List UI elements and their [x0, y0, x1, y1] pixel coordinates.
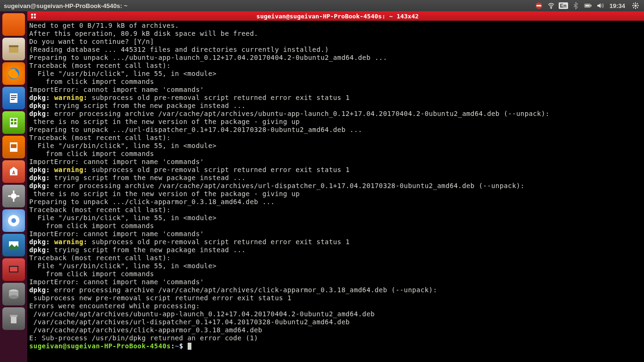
svg-rect-16 — [9, 47, 18, 53]
svg-line-11 — [633, 3, 634, 4]
launcher-calc[interactable] — [2, 111, 25, 134]
terminal-line: Errors were encountered while processing… — [29, 302, 642, 310]
terminal-line: from click import commands — [29, 150, 642, 158]
terminal-line: ImportError: cannot import name 'command… — [29, 158, 642, 166]
launcher-writer[interactable] — [2, 87, 25, 109]
svg-line-12 — [637, 7, 638, 8]
svg-rect-45 — [10, 315, 17, 317]
svg-point-6 — [635, 5, 637, 7]
svg-point-2 — [551, 8, 552, 8]
language-indicator[interactable]: En — [559, 1, 568, 10]
bluetooth-icon[interactable] — [571, 1, 580, 10]
svg-line-14 — [637, 3, 638, 4]
svg-rect-15 — [9, 45, 18, 47]
terminal-titlebar[interactable]: sugeivan@sugeivan-HP-ProBook-4540s: ~ 14… — [27, 11, 644, 21]
svg-point-37 — [11, 218, 16, 223]
terminal-title: sugeivan@sugeivan-HP-ProBook-4540s: ~ 14… — [40, 13, 636, 20]
cursor-icon — [188, 343, 191, 350]
launcher-dash[interactable] — [2, 13, 25, 36]
terminal-line: dpkg: warning: subprocess old pre-remova… — [29, 94, 642, 102]
svg-rect-21 — [11, 99, 15, 100]
terminal-line: Traceback (most recent call last): — [29, 206, 642, 214]
terminal-line: File "/usr/bin/click", line 55, in <modu… — [29, 142, 642, 150]
terminal-line: Need to get 0 B/71.9 kB of archives. — [29, 22, 642, 30]
svg-rect-26 — [14, 122, 17, 124]
wifi-icon[interactable] — [546, 1, 556, 10]
svg-rect-48 — [31, 16, 33, 18]
terminal-line: from click import commands — [29, 270, 642, 278]
terminal-line: dpkg: trying script from the new package… — [29, 174, 642, 182]
terminal-line: dpkg: warning: subprocess old pre-remova… — [29, 166, 642, 174]
svg-point-31 — [11, 193, 17, 199]
terminal-line: dpkg: error processing archive /var/cach… — [29, 286, 642, 294]
terminal-line: /var/cache/apt/archives/url-dispatcher_0… — [29, 318, 642, 326]
launcher-screenshot[interactable] — [2, 258, 25, 281]
terminal-line: (Reading database ... 445312 files and d… — [29, 46, 642, 54]
gear-icon[interactable] — [631, 1, 640, 10]
svg-rect-40 — [10, 267, 17, 272]
terminal-line: there is no script in the new version of… — [29, 118, 642, 126]
terminal-line: dpkg: trying script from the new package… — [29, 246, 642, 254]
terminal-prompt[interactable]: sugeivan@sugeivan-HP-ProBook-4540s:~$ — [29, 342, 642, 350]
terminal-line: Traceback (most recent call last): — [29, 62, 642, 70]
launcher-software[interactable]: A — [2, 160, 25, 183]
battery-icon[interactable] — [583, 1, 593, 10]
svg-rect-1 — [537, 5, 541, 7]
launcher-chromium[interactable] — [2, 209, 25, 232]
terminal-line: Preparing to unpack .../url-dispatcher_0… — [29, 126, 642, 134]
terminal-line: dpkg: trying script from the new package… — [29, 102, 642, 110]
terminal-window: sugeivan@sugeivan-HP-ProBook-4540s: ~ 14… — [27, 11, 644, 362]
svg-text:A: A — [12, 170, 15, 175]
launcher-firefox[interactable] — [2, 62, 25, 85]
terminal-line: dpkg: warning: subprocess old pre-remova… — [29, 238, 642, 246]
top-panel: sugeivan@sugeivan-HP-ProBook-4540s: ~ En… — [0, 0, 644, 11]
terminal-line: ImportError: cannot import name 'command… — [29, 230, 642, 238]
svg-rect-23 — [11, 119, 13, 121]
launcher-trash[interactable] — [2, 307, 25, 330]
terminal-line: ImportError: cannot import name 'command… — [29, 86, 642, 94]
panel-window-title: sugeivan@sugeivan-HP-ProBook-4540s: ~ — [4, 2, 127, 9]
svg-point-43 — [9, 295, 18, 299]
launcher: A — [0, 11, 27, 362]
launcher-disks[interactable] — [2, 283, 25, 305]
terminal-line: File "/usr/bin/click", line 55, in <modu… — [29, 262, 642, 270]
volume-icon[interactable] — [595, 1, 605, 10]
terminal-line: dpkg: error processing archive /var/cach… — [29, 110, 642, 118]
terminal-line: subprocess new pre-removal script return… — [29, 294, 642, 302]
svg-rect-5 — [585, 5, 590, 7]
terminal-line: from click import commands — [29, 222, 642, 230]
terminal-line: /var/cache/apt/archives/click-apparmor_0… — [29, 326, 642, 334]
terminal-line: After this operation, 80.9 kB disk space… — [29, 30, 642, 38]
terminal-line: File "/usr/bin/click", line 55, in <modu… — [29, 214, 642, 222]
terminal-line: Traceback (most recent call last): — [29, 134, 642, 142]
svg-rect-19 — [11, 95, 17, 96]
clock[interactable]: 19:34 — [610, 2, 625, 9]
terminal-line: File "/usr/bin/click", line 55, in <modu… — [29, 70, 642, 78]
terminal-line: there is no script in the new version of… — [29, 190, 642, 198]
no-entry-icon[interactable] — [534, 1, 544, 10]
svg-rect-49 — [34, 16, 36, 18]
launcher-impress[interactable] — [2, 136, 25, 158]
terminal-line: Preparing to unpack .../click-apparmor_0… — [29, 198, 642, 206]
terminal-line: /var/cache/apt/archives/ubuntu-app-launc… — [29, 310, 642, 318]
svg-rect-4 — [591, 5, 592, 7]
terminal-line: ImportError: cannot import name 'command… — [29, 278, 642, 286]
svg-rect-44 — [11, 317, 17, 323]
launcher-files[interactable] — [2, 38, 25, 60]
terminal-line: Traceback (most recent call last): — [29, 254, 642, 262]
svg-line-13 — [633, 7, 634, 8]
terminal-content[interactable]: Need to get 0 B/71.9 kB of archives.Afte… — [27, 21, 644, 362]
svg-rect-24 — [14, 119, 17, 121]
window-menu-icon[interactable] — [29, 13, 38, 19]
svg-rect-28 — [11, 144, 17, 148]
svg-rect-25 — [11, 122, 13, 124]
terminal-line: Preparing to unpack .../ubuntu-app-launc… — [29, 54, 642, 62]
launcher-wallpaper[interactable] — [2, 234, 25, 256]
terminal-line: Do you want to continue? [Y/n] — [29, 38, 642, 46]
launcher-settings[interactable] — [2, 185, 25, 207]
svg-rect-20 — [11, 97, 17, 98]
terminal-line: from click import commands — [29, 78, 642, 86]
terminal-line: dpkg: error processing archive /var/cach… — [29, 182, 642, 190]
svg-rect-47 — [34, 14, 36, 16]
terminal-line: E: Sub-process /usr/bin/dpkg returned an… — [29, 334, 642, 342]
